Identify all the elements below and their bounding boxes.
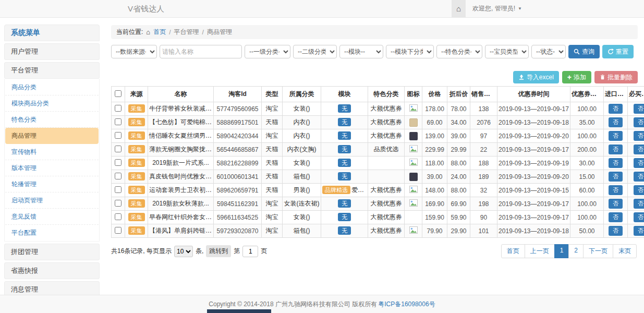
imported-pick-toggle[interactable]: 否	[609, 212, 623, 222]
coupon-time-cell: 2019-09-13—2019-09-17	[497, 143, 570, 156]
row-checkbox[interactable]	[115, 146, 121, 152]
coupon-time-cell: 2019-09-13—2019-09-17	[497, 211, 570, 224]
pager-item-1[interactable]: 上一页	[525, 244, 555, 258]
user-menu[interactable]: 欢迎您, 管理员! ▼	[472, 0, 522, 17]
pager-item-0[interactable]: 首页	[501, 244, 525, 258]
pagination-bar: 共16条记录, 每页显示 10 条, 跳转到 第 页 首页上一页12下一页末页	[111, 244, 638, 258]
breadcrumb-home-link[interactable]: 首页	[153, 28, 166, 37]
row-checkbox[interactable]	[115, 118, 121, 125]
pager-item-5[interactable]: 末页	[613, 244, 637, 258]
sidebar-group-3[interactable]: 省惠快报	[4, 262, 100, 279]
must-buy-toggle[interactable]: 否	[634, 158, 644, 168]
filter-select-4[interactable]: --模块--	[339, 45, 383, 58]
price-cell: 69.00	[422, 116, 447, 129]
imported-pick-toggle[interactable]: 否	[609, 185, 623, 195]
imported-pick-toggle[interactable]: 否	[609, 145, 623, 154]
platform-cell: 天猫	[262, 184, 283, 197]
row-checkbox[interactable]	[115, 105, 121, 112]
imported-pick-toggle[interactable]: 否	[609, 199, 623, 209]
row-checkbox[interactable]	[115, 227, 121, 234]
discount-price-cell: 39.00	[447, 129, 470, 143]
home-button[interactable]: ⌂	[452, 0, 466, 17]
must-buy-toggle[interactable]: 否	[634, 185, 644, 195]
sidebar-item-1-8[interactable]: 意见反馈	[5, 209, 99, 225]
icp-link[interactable]: 粤ICP备16098006号	[378, 300, 435, 309]
must-buy-toggle[interactable]: 否	[634, 226, 644, 236]
jump-button[interactable]: 跳转到	[206, 245, 231, 257]
must-buy-toggle[interactable]: 否	[634, 104, 644, 114]
imported-pick-toggle[interactable]: 否	[609, 172, 623, 182]
pager-item-3[interactable]: 2	[568, 244, 584, 258]
sidebar-group-1[interactable]: 平台管理	[4, 62, 100, 79]
filter-select-0[interactable]: --数据来源--	[111, 45, 157, 58]
taoke-id-cell: 598451162391	[214, 197, 262, 211]
batch-delete-button[interactable]: 批量删除	[594, 71, 638, 83]
filter-select-2[interactable]: --一级分类--	[245, 45, 290, 58]
layout: 系统菜单 用户管理平台管理商品分类模块商品分类特色分类商品管理宣传物料版本管理轮…	[0, 18, 644, 295]
sidebar-item-1-9[interactable]: 平台配置	[5, 225, 99, 240]
row-checkbox[interactable]	[115, 159, 121, 166]
search-button[interactable]: 查询	[568, 45, 600, 58]
row-checkbox[interactable]	[115, 213, 121, 220]
sidebar-item-1-4[interactable]: 宣传物料	[5, 144, 99, 160]
reset-button[interactable]: 重置	[602, 45, 634, 58]
pager-item-4[interactable]: 下一页	[583, 244, 613, 258]
name-search-input[interactable]	[160, 45, 242, 58]
price-cell: 39.00	[422, 170, 447, 184]
row-checkbox[interactable]	[115, 186, 121, 193]
discount-price-cell: 29.90	[447, 224, 470, 238]
page-number-input[interactable]	[242, 246, 258, 257]
source-badge: 采集	[128, 186, 145, 194]
breadcrumb: 当前位置: ⌂ 首页 / 平台管理 / 商品管理	[111, 25, 638, 39]
icon-cell	[405, 170, 422, 184]
sidebar-item-1-7[interactable]: 启动页管理	[5, 192, 99, 209]
imported-pick-toggle[interactable]: 否	[609, 117, 623, 127]
sidebar-group-4[interactable]: 消息管理	[4, 281, 100, 295]
must-buy-toggle[interactable]: 否	[634, 131, 644, 141]
sidebar-item-1-2[interactable]: 特色分类	[5, 112, 99, 128]
must-buy-toggle[interactable]: 否	[634, 199, 644, 209]
platform-cell: 淘宝	[262, 211, 283, 224]
row-checkbox[interactable]	[115, 173, 121, 179]
imported-pick-toggle[interactable]: 否	[609, 158, 623, 168]
sales-cell: 189	[470, 170, 497, 184]
must-buy-toggle[interactable]: 否	[634, 172, 644, 182]
must-buy-toggle[interactable]: 否	[634, 145, 644, 154]
sidebar-item-1-3[interactable]: 商品管理	[5, 128, 99, 144]
sidebar-item-1-0[interactable]: 商品分类	[5, 79, 99, 95]
coupon-time-cell: 2019-09-13—2019-09-18	[497, 224, 570, 238]
source-cell: 采集	[125, 197, 148, 211]
imported-pick-toggle[interactable]: 否	[609, 226, 623, 236]
filter-select-5[interactable]: --模块下分类--	[386, 45, 434, 58]
sidebar-group-2[interactable]: 拼团管理	[4, 244, 100, 260]
filter-select-8[interactable]: --状态--	[531, 45, 566, 58]
pager-item-2[interactable]: 1	[554, 244, 569, 258]
sales-cell: 90	[470, 211, 497, 224]
module-badge: 无	[338, 213, 351, 221]
sidebar-item-1-6[interactable]: 轮播管理	[5, 176, 99, 192]
imported-pick-toggle[interactable]: 否	[609, 104, 623, 114]
imported-pick-toggle[interactable]: 否	[609, 131, 623, 141]
discount-price-cell: 88.00	[447, 156, 470, 170]
select-all-checkbox[interactable]	[115, 90, 121, 97]
row-checkbox[interactable]	[115, 132, 121, 139]
filter-select-6[interactable]: --特色分类--	[436, 45, 482, 58]
filter-select-7[interactable]: --宝贝类型--	[485, 45, 529, 58]
breadcrumb-item-platform[interactable]: 平台管理	[174, 28, 199, 37]
sidebar-item-1-5[interactable]: 版本管理	[5, 160, 99, 176]
filter-select-3[interactable]: --二级分类--	[293, 45, 337, 58]
name-cell: 2019新款一片式系...	[148, 156, 214, 170]
per-page-select[interactable]: 10	[174, 246, 193, 257]
import-excel-button[interactable]: 导入excel	[513, 71, 559, 83]
discount-price-cell: 78.00	[447, 102, 470, 116]
add-button[interactable]: + 添加	[562, 71, 591, 83]
filter-bar: --数据来源----一级分类----二级分类----模块----模块下分类---…	[111, 45, 638, 58]
column-header-7: 特色分类	[368, 87, 405, 102]
category-cell: 箱包()	[283, 224, 321, 238]
must-buy-toggle[interactable]: 否	[634, 212, 644, 222]
copyright-text: Copyright © 2014-2018 广州九驰网络科技有限公司 版权所有	[209, 300, 377, 309]
sidebar-group-0[interactable]: 用户管理	[4, 43, 100, 60]
sidebar-item-1-1[interactable]: 模块商品分类	[5, 95, 99, 112]
must-buy-toggle[interactable]: 否	[634, 117, 644, 127]
row-checkbox[interactable]	[115, 200, 121, 207]
